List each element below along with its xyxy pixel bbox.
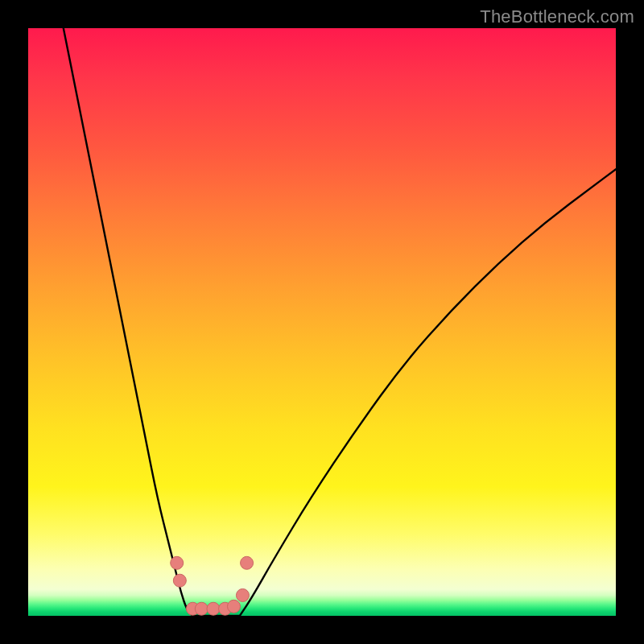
- data-marker: [241, 556, 254, 569]
- data-marker: [236, 588, 249, 601]
- markers-group: [171, 556, 254, 615]
- data-marker: [171, 556, 184, 569]
- chart-svg: [28, 28, 616, 616]
- curve-group: [64, 28, 616, 616]
- bottleneck-curve: [64, 28, 616, 616]
- plot-area: [28, 28, 616, 616]
- data-marker: [207, 602, 220, 615]
- data-marker: [195, 602, 208, 615]
- outer-frame: TheBottleneck.com: [0, 0, 644, 644]
- watermark-text: TheBottleneck.com: [480, 6, 634, 27]
- data-marker: [228, 600, 241, 613]
- data-marker: [173, 574, 186, 587]
